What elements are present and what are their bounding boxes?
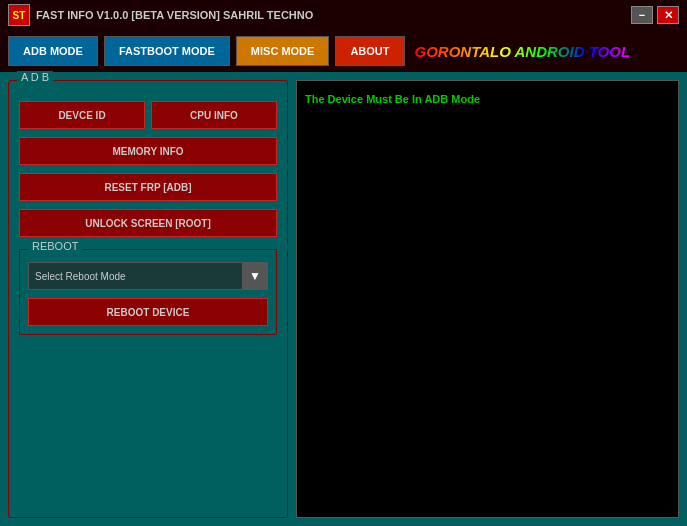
device-id-button[interactable]: DEVCE ID — [19, 101, 145, 129]
title-left: ST FAST INFO V1.0.0 [BETA VERSION] SAHRI… — [8, 4, 313, 26]
device-cpu-row: DEVCE ID CPU INFO — [19, 101, 277, 129]
reset-frp-button[interactable]: RESET FRP [ADB] — [19, 173, 277, 201]
reboot-mode-select[interactable]: Select Reboot Mode System Recovery Bootl… — [28, 262, 268, 290]
misc-mode-button[interactable]: MISC MODE — [236, 36, 330, 66]
adb-legend: A D B — [17, 71, 53, 83]
title-text: FAST INFO V1.0.0 [BETA VERSION] SAHRIL T… — [36, 9, 313, 21]
nav-bar: ADB MODE FASTBOOT MODE MISC MODE ABOUT G… — [0, 30, 687, 72]
left-panel: A D B DEVCE ID CPU INFO MEMORY INFO RESE… — [8, 80, 288, 518]
main-content: A D B DEVCE ID CPU INFO MEMORY INFO RESE… — [0, 72, 687, 526]
unlock-screen-button[interactable]: UNLOCK SCREEN [ROOT] — [19, 209, 277, 237]
reboot-device-button[interactable]: REBOOT DEVICE — [28, 298, 268, 326]
cpu-info-button[interactable]: CPU INFO — [151, 101, 277, 129]
reboot-legend: REBOOT — [28, 240, 82, 252]
brand-label: GORONTALO ANDROID TOOL — [415, 43, 631, 60]
minimize-button[interactable]: − — [631, 6, 653, 24]
reboot-section: REBOOT Select Reboot Mode System Recover… — [19, 249, 277, 335]
reboot-select-wrapper: Select Reboot Mode System Recovery Bootl… — [28, 262, 268, 290]
memory-info-button[interactable]: MEMORY INFO — [19, 137, 277, 165]
title-buttons: − ✕ — [631, 6, 679, 24]
close-button[interactable]: ✕ — [657, 6, 679, 24]
output-text: The Device Must Be In ADB Mode — [305, 93, 480, 105]
output-area: The Device Must Be In ADB Mode — [296, 80, 679, 518]
app-icon: ST — [8, 4, 30, 26]
title-bar: ST FAST INFO V1.0.0 [BETA VERSION] SAHRI… — [0, 0, 687, 30]
fastboot-mode-button[interactable]: FASTBOOT MODE — [104, 36, 230, 66]
adb-mode-button[interactable]: ADB MODE — [8, 36, 98, 66]
about-button[interactable]: ABOUT — [335, 36, 404, 66]
right-panel: The Device Must Be In ADB Mode — [296, 80, 679, 518]
